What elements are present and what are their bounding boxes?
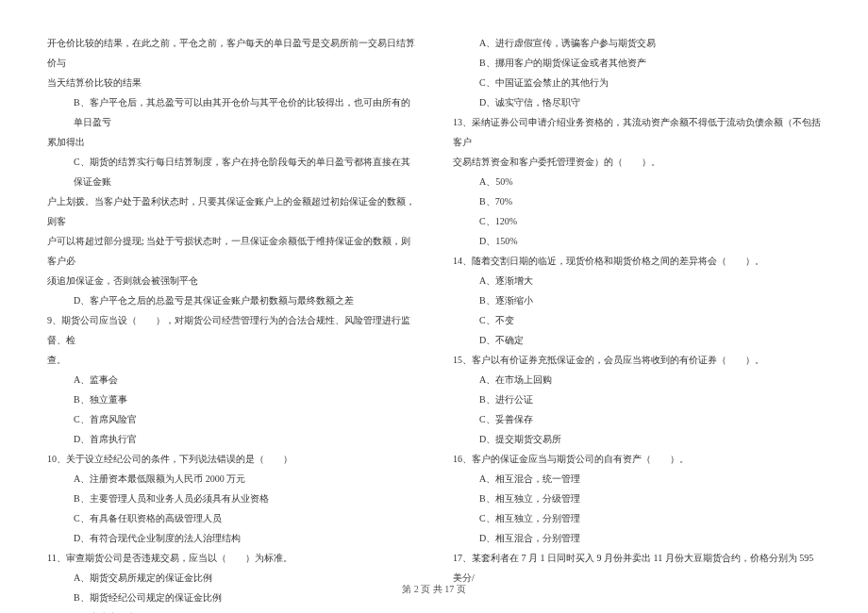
question-14: 14、随着交割日期的临近，现货价格和期货价格之间的差异将会（ ）。 <box>453 251 821 271</box>
page-footer: 第 2 页 共 17 页 <box>0 583 868 596</box>
text-line: 户可以将超过部分提现; 当处于亏损状态时，一旦保证金余额低于维持保证金的数额，则… <box>47 231 415 271</box>
exam-page: 开仓价比较的结果，在此之前，平仓之前，客户每天的单日盈亏是交易所前一交易日结算价… <box>0 0 868 613</box>
option-c: C、首席风险官 <box>47 409 415 429</box>
option-b: B、独立董事 <box>47 389 415 409</box>
option-c: C、妥善保存 <box>453 409 821 429</box>
text-line: 户上划拨。当客户处于盈利状态时，只要其保证金账户上的金额超过初始保证金的数额，则… <box>47 191 415 231</box>
option-b: B、主要管理人员和业务人员必须具有从业资格 <box>47 489 415 508</box>
question-16: 16、客户的保证金应当与期货公司的自有资产（ ）。 <box>453 449 821 469</box>
option-d: D、相互混合，分别管理 <box>453 528 821 548</box>
text-line: 累加得出 <box>47 132 415 152</box>
text-line: 须追加保证金，否则就会被强制平仓 <box>47 271 415 290</box>
right-column: A、进行虚假宣传，诱骗客户参与期货交易 B、挪用客户的期货保证金或者其他资产 C… <box>453 33 821 613</box>
option-c: C、客户实际交纳的保证金 <box>47 607 415 613</box>
text-line: 当天结算价比较的结果 <box>47 73 415 92</box>
option-b: B、挪用客户的期货保证金或者其他资产 <box>453 53 821 73</box>
option-c: C、不变 <box>453 310 821 330</box>
option-a: A、在市场上回购 <box>453 370 821 389</box>
text-line: 开仓价比较的结果，在此之前，平仓之前，客户每天的单日盈亏是交易所前一交易日结算价… <box>47 33 415 73</box>
option-a: A、注册资本最低限额为人民币 2000 万元 <box>47 469 415 489</box>
option-b: B、逐渐缩小 <box>453 290 821 310</box>
option-b: B、进行公证 <box>453 389 821 409</box>
option-a: A、50% <box>453 172 821 191</box>
option-c: C、相互独立，分别管理 <box>453 508 821 528</box>
option-a: A、进行虚假宣传，诱骗客户参与期货交易 <box>453 33 821 53</box>
question-13: 13、采纳证券公司申请介绍业务资格的，其流动资产余额不得低于流动负债余额（不包括… <box>453 112 821 152</box>
option-c: C、期货的结算实行每日结算制度，客户在持仓阶段每天的单日盈亏都将直接在其保证金账 <box>47 152 415 191</box>
question-15: 15、客户以有价证券充抵保证金的，会员应当将收到的有价证券（ ）。 <box>453 350 821 370</box>
option-b: B、70% <box>453 191 821 211</box>
left-column: 开仓价比较的结果，在此之前，平仓之前，客户每天的单日盈亏是交易所前一交易日结算价… <box>47 33 415 613</box>
option-d: D、诚实守信，恪尽职守 <box>453 92 821 112</box>
option-a: A、监事会 <box>47 370 415 389</box>
option-d: D、有符合现代企业制度的法人治理结构 <box>47 528 415 548</box>
option-b: B、客户平仓后，其总盈亏可以由其开仓价与其平仓价的比较得出，也可由所有的单日盈亏 <box>47 92 415 132</box>
question-17: 17、某套利者在 7 月 1 日同时买入 9 月份并卖出 11 月份大豆期货合约… <box>453 548 821 588</box>
option-c: C、120% <box>453 211 821 231</box>
option-a: A、逐渐增大 <box>453 271 821 290</box>
option-d: D、提交期货交易所 <box>453 429 821 449</box>
option-d: D、不确定 <box>453 330 821 350</box>
question-11: 11、审查期货公司是否违规交易，应当以（ ）为标准。 <box>47 548 415 568</box>
question-10: 10、关于设立经纪公司的条件，下列说法错误的是（ ） <box>47 449 415 469</box>
question-9: 9、期货公司应当设（ ），对期货公司经营管理行为的合法合规性、风险管理进行监督、… <box>47 310 415 350</box>
option-d: D、首席执行官 <box>47 429 415 449</box>
option-d: D、客户平仓之后的总盈亏是其保证金账户最初数额与最终数额之差 <box>47 290 415 310</box>
option-c: C、中国证监会禁止的其他行为 <box>453 73 821 92</box>
text-line: 交易结算资金和客户委托管理资金）的（ ）。 <box>453 152 821 172</box>
text-line: 查。 <box>47 350 415 370</box>
option-d: D、150% <box>453 231 821 251</box>
option-b: B、相互独立，分级管理 <box>453 489 821 508</box>
option-a: A、相互混合，统一管理 <box>453 469 821 489</box>
option-c: C、有具备任职资格的高级管理人员 <box>47 508 415 528</box>
